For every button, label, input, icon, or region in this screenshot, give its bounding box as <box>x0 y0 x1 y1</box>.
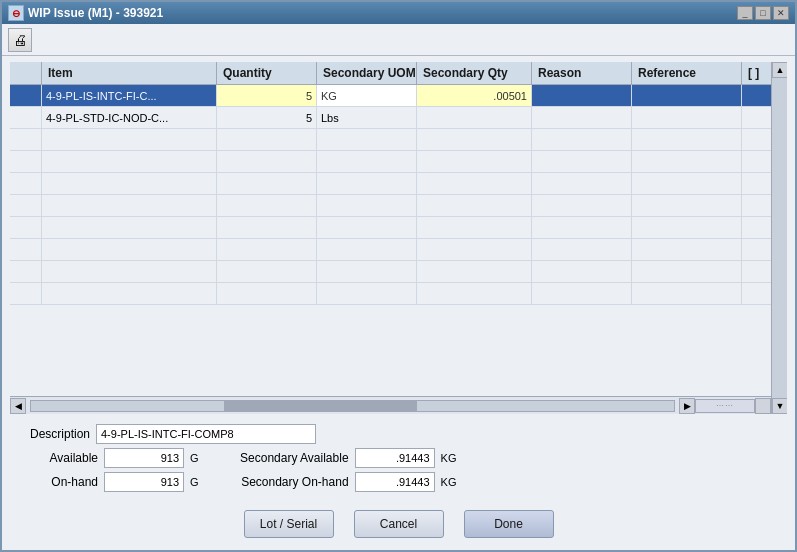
table-row[interactable] <box>10 151 771 173</box>
scroll-left-button[interactable]: ◀ <box>10 398 26 414</box>
sec-available-value: .91443 <box>355 448 435 468</box>
table-row[interactable] <box>10 217 771 239</box>
header-reference: Reference <box>632 62 742 84</box>
header-secondary-qty: Secondary Qty <box>417 62 532 84</box>
row3-secqty[interactable] <box>417 129 532 150</box>
row3-item[interactable] <box>42 129 217 150</box>
title-bar: ⊖ WIP Issue (M1) - 393921 _ □ ✕ <box>2 2 795 24</box>
toolbar: 🖨 <box>2 24 795 56</box>
sec-available-unit: KG <box>441 452 457 464</box>
grid-body[interactable]: 4-9-PL-IS-INTC-FI-C... 5 KG .00501 4-9-P… <box>10 85 771 396</box>
available-row: Available 913 G <box>18 448 199 468</box>
table-row[interactable] <box>10 261 771 283</box>
available-label: Available <box>18 451 98 465</box>
horizontal-scroll-thumb[interactable] <box>224 401 417 411</box>
print-button[interactable]: 🖨 <box>8 28 32 52</box>
onhand-unit: G <box>190 476 199 488</box>
right-info: Secondary Available .91443 KG Secondary … <box>219 448 457 492</box>
row1-secqty[interactable]: .00501 <box>417 85 532 106</box>
row2-uom[interactable]: Lbs <box>317 107 417 128</box>
minimize-button[interactable]: _ <box>737 6 753 20</box>
left-info: Available 913 G On-hand 913 G <box>18 448 199 492</box>
row3-ref[interactable] <box>632 129 742 150</box>
row3-extra <box>742 129 771 150</box>
description-row: Description 4-9-PL-IS-INTC-FI-COMP8 <box>18 424 779 444</box>
close-button[interactable]: ✕ <box>773 6 789 20</box>
row3-qty[interactable] <box>217 129 317 150</box>
sec-available-row: Secondary Available .91443 KG <box>219 448 457 468</box>
available-value: 913 <box>104 448 184 468</box>
scroll-right-button[interactable]: ▶ <box>679 398 695 414</box>
header-secondary-uom: Secondary UOM <box>317 62 417 84</box>
row2-quantity[interactable]: 5 <box>217 107 317 128</box>
row3-sel <box>10 129 42 150</box>
table-row[interactable] <box>10 129 771 151</box>
header-quantity: Quantity <box>217 62 317 84</box>
row1-ref[interactable] <box>632 85 742 106</box>
scroll-down-button[interactable]: ▼ <box>772 398 787 414</box>
table-row[interactable]: 4-9-PL-IS-INTC-FI-C... 5 KG .00501 <box>10 85 771 107</box>
sec-onhand-label: Secondary On-hand <box>219 475 349 489</box>
onhand-value: 913 <box>104 472 184 492</box>
vertical-scrollbar[interactable]: ▲ ▼ <box>771 62 787 414</box>
window-title: WIP Issue (M1) - 393921 <box>28 6 163 20</box>
corner-box <box>755 398 771 414</box>
row1-item[interactable]: 4-9-PL-IS-INTC-FI-C... <box>42 85 217 106</box>
data-grid: Item Quantity Secondary UOM Secondary Qt… <box>10 62 787 414</box>
row2-item[interactable]: 4-9-PL-STD-IC-NOD-C... <box>42 107 217 128</box>
row2-ref[interactable] <box>632 107 742 128</box>
sec-onhand-unit: KG <box>441 476 457 488</box>
table-row[interactable] <box>10 173 771 195</box>
row1-quantity[interactable]: 5 <box>217 85 317 106</box>
two-col-info: Available 913 G On-hand 913 G Secondary … <box>18 448 779 492</box>
main-content: Item Quantity Secondary UOM Secondary Qt… <box>2 56 795 550</box>
row1-extra <box>742 85 771 106</box>
header-item: Item <box>42 62 217 84</box>
lot-serial-button[interactable]: Lot / Serial <box>244 510 334 538</box>
row3-uom[interactable] <box>317 129 417 150</box>
button-bar: Lot / Serial Cancel Done <box>10 502 787 544</box>
row1-sel <box>10 85 42 106</box>
row1-reason[interactable] <box>532 85 632 106</box>
row1-uom[interactable]: KG <box>317 85 417 106</box>
onhand-row: On-hand 913 G <box>18 472 199 492</box>
row2-reason[interactable] <box>532 107 632 128</box>
description-label: Description <box>18 427 90 441</box>
table-row[interactable] <box>10 283 771 305</box>
bottom-info: Description 4-9-PL-IS-INTC-FI-COMP8 Avai… <box>10 420 787 496</box>
table-row[interactable] <box>10 239 771 261</box>
header-extra: [ ] <box>742 62 771 84</box>
title-bar-left: ⊖ WIP Issue (M1) - 393921 <box>8 5 163 21</box>
scroll-up-button[interactable]: ▲ <box>772 62 787 78</box>
row2-sel <box>10 107 42 128</box>
table-row[interactable] <box>10 195 771 217</box>
horizontal-scroll-track[interactable] <box>30 400 675 412</box>
sec-available-label: Secondary Available <box>219 451 349 465</box>
main-window: ⊖ WIP Issue (M1) - 393921 _ □ ✕ 🖨 Item Q… <box>0 0 797 552</box>
onhand-label: On-hand <box>18 475 98 489</box>
maximize-button[interactable]: □ <box>755 6 771 20</box>
grid-main: Item Quantity Secondary UOM Secondary Qt… <box>10 62 771 414</box>
vertical-scroll-track[interactable] <box>772 78 787 398</box>
sec-onhand-row: Secondary On-hand .91443 KG <box>219 472 457 492</box>
header-reason: Reason <box>532 62 632 84</box>
row2-extra <box>742 107 771 128</box>
done-button[interactable]: Done <box>464 510 554 538</box>
row3-reason[interactable] <box>532 129 632 150</box>
cancel-button[interactable]: Cancel <box>354 510 444 538</box>
window-controls: _ □ ✕ <box>737 6 789 20</box>
grid-header: Item Quantity Secondary UOM Secondary Qt… <box>10 62 771 85</box>
resize-handle[interactable]: ⋯⋯ <box>695 399 755 413</box>
table-row[interactable]: 4-9-PL-STD-IC-NOD-C... 5 Lbs <box>10 107 771 129</box>
row2-secqty[interactable] <box>417 107 532 128</box>
app-icon: ⊖ <box>8 5 24 21</box>
horizontal-scrollbar[interactable]: ◀ ▶ ⋯⋯ <box>10 396 771 414</box>
sec-onhand-value: .91443 <box>355 472 435 492</box>
available-unit: G <box>190 452 199 464</box>
header-sel <box>10 62 42 84</box>
description-value: 4-9-PL-IS-INTC-FI-COMP8 <box>96 424 316 444</box>
